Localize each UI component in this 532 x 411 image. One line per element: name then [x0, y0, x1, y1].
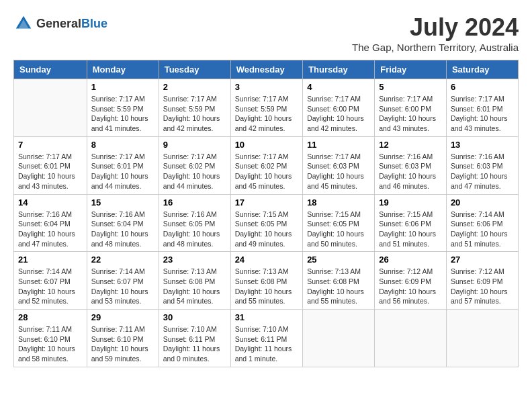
- day-number: 3: [235, 82, 299, 92]
- day-info: Sunrise: 7:16 AM Sunset: 6:04 PM Dayligh…: [18, 210, 83, 249]
- day-info: Sunrise: 7:17 AM Sunset: 6:03 PM Dayligh…: [307, 152, 370, 191]
- calendar-week-5: 28Sunrise: 7:11 AM Sunset: 6:10 PM Dayli…: [14, 310, 519, 367]
- header-monday: Monday: [87, 60, 159, 79]
- calendar-cell: 9Sunrise: 7:17 AM Sunset: 6:02 PM Daylig…: [159, 136, 230, 194]
- day-number: 25: [307, 255, 370, 265]
- day-number: 5: [379, 82, 442, 92]
- calendar-cell: [446, 310, 518, 367]
- header-wednesday: Wednesday: [230, 60, 303, 79]
- calendar-cell: 15Sunrise: 7:16 AM Sunset: 6:04 PM Dayli…: [87, 194, 159, 252]
- day-number: 14: [18, 197, 83, 208]
- calendar-cell: 31Sunrise: 7:10 AM Sunset: 6:11 PM Dayli…: [230, 310, 303, 367]
- day-number: 22: [91, 255, 154, 265]
- calendar-cell: 3Sunrise: 7:17 AM Sunset: 5:59 PM Daylig…: [230, 79, 303, 137]
- day-number: 1: [91, 82, 154, 92]
- day-info: Sunrise: 7:12 AM Sunset: 6:09 PM Dayligh…: [451, 267, 514, 306]
- day-number: 26: [379, 255, 442, 265]
- day-info: Sunrise: 7:17 AM Sunset: 6:02 PM Dayligh…: [235, 152, 299, 191]
- calendar-cell: 16Sunrise: 7:16 AM Sunset: 6:05 PM Dayli…: [159, 194, 230, 252]
- calendar-cell: [303, 310, 375, 367]
- day-info: Sunrise: 7:17 AM Sunset: 6:01 PM Dayligh…: [451, 94, 514, 134]
- day-number: 17: [235, 197, 299, 208]
- day-number: 7: [18, 140, 83, 150]
- day-number: 23: [163, 255, 226, 265]
- day-number: 28: [18, 312, 83, 322]
- day-number: 30: [163, 312, 226, 322]
- day-number: 18: [307, 197, 370, 208]
- day-number: 31: [235, 312, 299, 322]
- calendar-cell: 28Sunrise: 7:11 AM Sunset: 6:10 PM Dayli…: [14, 310, 87, 367]
- day-info: Sunrise: 7:16 AM Sunset: 6:04 PM Dayligh…: [91, 210, 154, 249]
- calendar-cell: 14Sunrise: 7:16 AM Sunset: 6:04 PM Dayli…: [14, 194, 87, 252]
- day-info: Sunrise: 7:10 AM Sunset: 6:11 PM Dayligh…: [235, 324, 299, 364]
- day-info: Sunrise: 7:16 AM Sunset: 6:03 PM Dayligh…: [379, 152, 442, 191]
- day-number: 2: [163, 82, 226, 92]
- header-saturday: Saturday: [446, 60, 518, 79]
- day-info: Sunrise: 7:13 AM Sunset: 6:08 PM Dayligh…: [235, 267, 299, 306]
- header-sunday: Sunday: [14, 60, 87, 79]
- day-number: 27: [451, 255, 514, 265]
- calendar-cell: 7Sunrise: 7:17 AM Sunset: 6:01 PM Daylig…: [14, 136, 87, 194]
- day-number: 29: [91, 312, 154, 322]
- calendar-cell: 10Sunrise: 7:17 AM Sunset: 6:02 PM Dayli…: [230, 136, 303, 194]
- calendar-cell: 13Sunrise: 7:16 AM Sunset: 6:03 PM Dayli…: [446, 136, 518, 194]
- day-info: Sunrise: 7:14 AM Sunset: 6:07 PM Dayligh…: [91, 267, 154, 306]
- day-number: 6: [451, 82, 514, 92]
- logo: GeneralBlue: [13, 13, 107, 34]
- day-number: 9: [163, 140, 226, 150]
- calendar-week-1: 1Sunrise: 7:17 AM Sunset: 5:59 PM Daylig…: [14, 79, 519, 137]
- calendar-header-row: SundayMondayTuesdayWednesdayThursdayFrid…: [14, 60, 519, 79]
- location-subtitle: The Gap, Northern Territory, Australia: [352, 42, 519, 53]
- calendar-cell: 8Sunrise: 7:17 AM Sunset: 6:01 PM Daylig…: [87, 136, 159, 194]
- day-number: 4: [307, 82, 370, 92]
- calendar-cell: 25Sunrise: 7:13 AM Sunset: 6:08 PM Dayli…: [303, 252, 375, 310]
- day-info: Sunrise: 7:17 AM Sunset: 6:00 PM Dayligh…: [379, 94, 442, 134]
- logo-general: General: [36, 17, 81, 30]
- day-number: 15: [91, 197, 154, 208]
- calendar-cell: 11Sunrise: 7:17 AM Sunset: 6:03 PM Dayli…: [303, 136, 375, 194]
- day-number: 21: [18, 255, 83, 265]
- logo-blue: Blue: [81, 17, 107, 30]
- day-number: 16: [163, 197, 226, 208]
- logo-text: GeneralBlue: [36, 17, 107, 31]
- calendar-cell: 27Sunrise: 7:12 AM Sunset: 6:09 PM Dayli…: [446, 252, 518, 310]
- calendar-table: SundayMondayTuesdayWednesdayThursdayFrid…: [13, 60, 519, 367]
- calendar-cell: 26Sunrise: 7:12 AM Sunset: 6:09 PM Dayli…: [375, 252, 447, 310]
- calendar-cell: 23Sunrise: 7:13 AM Sunset: 6:08 PM Dayli…: [159, 252, 230, 310]
- day-info: Sunrise: 7:17 AM Sunset: 5:59 PM Dayligh…: [91, 94, 154, 134]
- calendar-cell: 20Sunrise: 7:14 AM Sunset: 6:06 PM Dayli…: [446, 194, 518, 252]
- calendar-cell: 6Sunrise: 7:17 AM Sunset: 6:01 PM Daylig…: [446, 79, 518, 137]
- month-year-title: July 2024: [352, 13, 519, 42]
- calendar-cell: 29Sunrise: 7:11 AM Sunset: 6:10 PM Dayli…: [87, 310, 159, 367]
- calendar-cell: 30Sunrise: 7:10 AM Sunset: 6:11 PM Dayli…: [159, 310, 230, 367]
- title-block: July 2024 The Gap, Northern Territory, A…: [352, 13, 519, 53]
- day-number: 11: [307, 140, 370, 150]
- day-info: Sunrise: 7:15 AM Sunset: 6:06 PM Dayligh…: [379, 210, 442, 249]
- day-number: 19: [379, 197, 442, 208]
- day-info: Sunrise: 7:15 AM Sunset: 6:05 PM Dayligh…: [235, 210, 299, 249]
- calendar-cell: 4Sunrise: 7:17 AM Sunset: 6:00 PM Daylig…: [303, 79, 375, 137]
- calendar-cell: 21Sunrise: 7:14 AM Sunset: 6:07 PM Dayli…: [14, 252, 87, 310]
- day-info: Sunrise: 7:13 AM Sunset: 6:08 PM Dayligh…: [163, 267, 226, 306]
- calendar-cell: 18Sunrise: 7:15 AM Sunset: 6:05 PM Dayli…: [303, 194, 375, 252]
- calendar-cell: 12Sunrise: 7:16 AM Sunset: 6:03 PM Dayli…: [375, 136, 447, 194]
- day-info: Sunrise: 7:10 AM Sunset: 6:11 PM Dayligh…: [163, 324, 226, 364]
- day-info: Sunrise: 7:17 AM Sunset: 6:00 PM Dayligh…: [307, 94, 370, 134]
- day-number: 20: [451, 197, 514, 208]
- calendar-cell: 19Sunrise: 7:15 AM Sunset: 6:06 PM Dayli…: [375, 194, 447, 252]
- logo-icon: [13, 13, 34, 34]
- day-info: Sunrise: 7:16 AM Sunset: 6:03 PM Dayligh…: [451, 152, 514, 191]
- calendar-cell: 5Sunrise: 7:17 AM Sunset: 6:00 PM Daylig…: [375, 79, 447, 137]
- header-thursday: Thursday: [303, 60, 375, 79]
- calendar-cell: 1Sunrise: 7:17 AM Sunset: 5:59 PM Daylig…: [87, 79, 159, 137]
- day-number: 8: [91, 140, 154, 150]
- calendar-cell: 22Sunrise: 7:14 AM Sunset: 6:07 PM Dayli…: [87, 252, 159, 310]
- page-header: GeneralBlue July 2024 The Gap, Northern …: [13, 13, 519, 53]
- day-number: 12: [379, 140, 442, 150]
- calendar-cell: 17Sunrise: 7:15 AM Sunset: 6:05 PM Dayli…: [230, 194, 303, 252]
- day-info: Sunrise: 7:14 AM Sunset: 6:07 PM Dayligh…: [18, 267, 83, 306]
- day-info: Sunrise: 7:17 AM Sunset: 5:59 PM Dayligh…: [235, 94, 299, 134]
- day-info: Sunrise: 7:17 AM Sunset: 6:02 PM Dayligh…: [163, 152, 226, 191]
- day-info: Sunrise: 7:17 AM Sunset: 5:59 PM Dayligh…: [163, 94, 226, 134]
- calendar-week-2: 7Sunrise: 7:17 AM Sunset: 6:01 PM Daylig…: [14, 136, 519, 194]
